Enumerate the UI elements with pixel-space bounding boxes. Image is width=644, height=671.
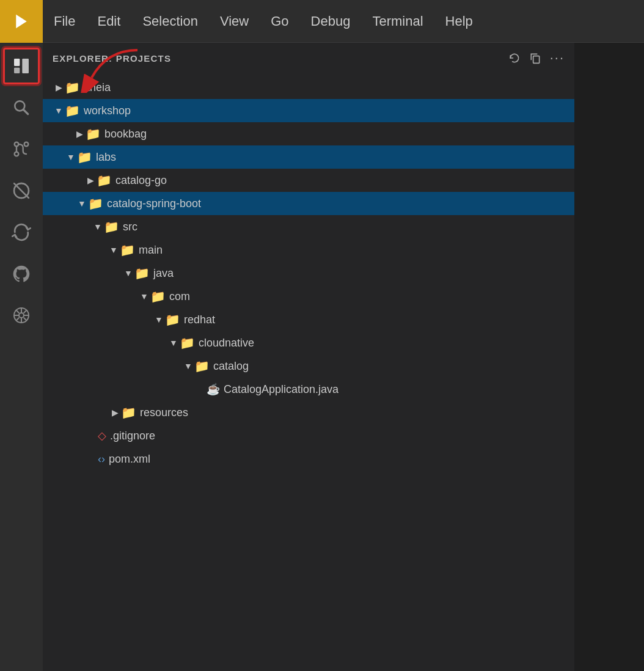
menu-debug[interactable]: Debug	[300, 0, 362, 42]
more-actions-button[interactable]: ···	[550, 50, 565, 66]
svg-point-7	[24, 142, 29, 147]
tree-item-catalog[interactable]: ▼ 📁 catalog	[43, 354, 574, 378]
copy-button[interactable]	[529, 52, 541, 64]
menu-view[interactable]: View	[209, 0, 260, 42]
activity-bar	[0, 43, 43, 671]
tree-item-redhat[interactable]: ▼ 📁 redhat	[43, 308, 574, 331]
svg-point-15	[19, 313, 24, 318]
tree-item-catalog-go[interactable]: ▶ 📁 catalog-go	[43, 169, 574, 192]
tree-label-main: main	[139, 244, 163, 257]
tree-item-pom-xml[interactable]: ‹› pom.xml	[43, 447, 574, 471]
tree-label-src: src	[123, 221, 137, 233]
svg-line-21	[24, 318, 27, 321]
activity-search[interactable]	[3, 89, 40, 126]
tree-label-redhat: redhat	[184, 314, 215, 326]
tree-item-bookbag[interactable]: ▶ 📁 bookbag	[43, 122, 574, 145]
chevron-down-icon: ▼	[153, 314, 165, 326]
svg-rect-2	[14, 68, 20, 73]
menu-items: File Edit Selection View Go Debug Termin…	[43, 0, 644, 42]
tree-label-bookbag: bookbag	[104, 128, 147, 141]
main-area: EXPLORER: PROJECTS ···	[0, 43, 644, 671]
menubar: File Edit Selection View Go Debug Termin…	[0, 0, 644, 43]
svg-rect-3	[22, 59, 29, 73]
chevron-down-icon: ▼	[76, 197, 88, 210]
activity-explorer[interactable]	[3, 48, 40, 84]
tree-label-catalog-go: catalog-go	[115, 174, 167, 187]
tree-item-java[interactable]: ▼ 📁 java	[43, 262, 574, 285]
sidebar-title: EXPLORER: PROJECTS	[53, 53, 171, 64]
tree-item-gitignore[interactable]: ◇ .gitignore	[43, 424, 574, 447]
chevron-right-icon: ▶	[84, 174, 97, 186]
svg-line-22	[24, 310, 27, 314]
menu-terminal[interactable]: Terminal	[361, 0, 434, 42]
chevron-down-icon: ▼	[182, 360, 194, 372]
svg-line-5	[23, 109, 27, 114]
chevron-down-icon: ▼	[138, 290, 150, 302]
chevron-down-icon: ▼	[65, 151, 77, 163]
svg-point-6	[15, 152, 19, 156]
chevron-down-icon: ▼	[167, 337, 180, 349]
svg-line-20	[16, 310, 20, 314]
tree-label-gitignore: .gitignore	[110, 430, 155, 442]
file-tree: ▶ 📁 .theia ▼ 📁 workshop ▶ 📁 bookbag ▼ 📁 …	[43, 73, 574, 671]
svg-marker-0	[16, 14, 27, 28]
chevron-right-icon: ▶	[53, 81, 65, 94]
chevron-down-icon: ▼	[92, 221, 104, 233]
tree-label-com: com	[169, 290, 190, 303]
tree-label-resources: resources	[140, 406, 188, 419]
tree-label-labs: labs	[96, 151, 116, 164]
chevron-right-icon: ▶	[73, 128, 86, 140]
tree-label-catalog-application: CatalogApplication.java	[224, 383, 338, 396]
tree-label-catalog-spring-boot: catalog-spring-boot	[107, 197, 201, 210]
svg-line-23	[16, 318, 20, 321]
svg-rect-24	[533, 56, 539, 64]
tree-label-theia: .theia	[84, 81, 111, 94]
tree-label-workshop: workshop	[84, 105, 131, 117]
menu-selection[interactable]: Selection	[131, 0, 209, 42]
activity-git[interactable]	[3, 131, 40, 167]
xml-file-icon: ‹›	[98, 453, 105, 466]
activity-github[interactable]	[3, 255, 40, 292]
terminal-toggle-button[interactable]	[0, 0, 43, 43]
tree-item-resources[interactable]: ▶ 📁 resources	[43, 401, 574, 424]
tree-item-main[interactable]: ▼ 📁 main	[43, 238, 574, 262]
tree-item-workshop[interactable]: ▼ 📁 workshop	[43, 99, 574, 122]
tree-label-java: java	[153, 267, 174, 280]
tree-item-src[interactable]: ▼ 📁 src	[43, 215, 574, 238]
sidebar-actions: ···	[508, 50, 565, 66]
menu-help[interactable]: Help	[434, 0, 484, 42]
svg-rect-1	[14, 59, 20, 66]
tree-item-cloudnative[interactable]: ▼ 📁 cloudnative	[43, 331, 574, 354]
chevron-right-icon: ▶	[109, 406, 121, 419]
menu-edit[interactable]: Edit	[86, 0, 131, 42]
chevron-down-icon: ▼	[108, 244, 120, 256]
menu-file[interactable]: File	[43, 0, 86, 42]
chevron-down-icon: ▼	[122, 267, 134, 279]
tree-item-com[interactable]: ▼ 📁 com	[43, 285, 574, 308]
tree-item-catalog-application[interactable]: ☕ CatalogApplication.java	[43, 378, 574, 401]
tree-label-cloudnative: cloudnative	[199, 337, 254, 350]
sidebar-header: EXPLORER: PROJECTS ···	[43, 43, 574, 73]
tree-item-catalog-spring-boot[interactable]: ▼ 📁 catalog-spring-boot	[43, 192, 574, 215]
activity-extensions[interactable]	[3, 172, 40, 209]
menu-go[interactable]: Go	[260, 0, 299, 42]
tree-item-theia[interactable]: ▶ 📁 .theia	[43, 76, 574, 99]
tree-label-catalog: catalog	[213, 360, 249, 373]
chevron-down-icon: ▼	[53, 105, 65, 117]
sidebar: EXPLORER: PROJECTS ···	[43, 43, 574, 671]
activity-sync[interactable]	[3, 214, 40, 251]
tree-label-pom-xml: pom.xml	[109, 453, 150, 466]
activity-helm[interactable]	[3, 297, 40, 334]
tree-item-labs[interactable]: ▼ 📁 labs	[43, 145, 574, 169]
git-file-icon: ◇	[98, 429, 106, 442]
refresh-button[interactable]	[508, 52, 521, 64]
java-file-icon: ☕	[207, 383, 220, 396]
